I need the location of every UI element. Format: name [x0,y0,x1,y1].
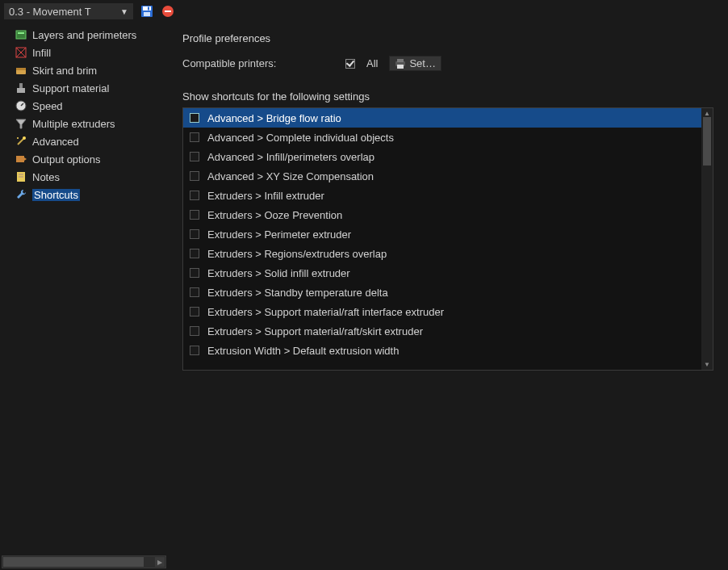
sidebar-item-label: Notes [32,171,60,183]
sidebar-item-wrench[interactable]: Shortcuts [0,186,168,203]
all-checkbox[interactable] [345,59,355,69]
shortcuts-list-container: Advanced > Bridge flow ratioAdvanced > C… [182,107,713,371]
minus-circle-icon [161,5,174,18]
shortcut-checkbox[interactable] [190,346,199,355]
shortcut-checkbox[interactable] [190,132,199,142]
svg-rect-13 [19,83,23,88]
printer-icon [395,59,406,69]
shortcut-checkbox[interactable] [190,268,199,278]
toolbar: 0.3 - Movement T ▼ [0,0,728,23]
sidebar-item-label: Advanced [32,136,79,148]
svg-rect-5 [165,10,171,12]
svg-marker-17 [16,119,26,128]
svg-rect-7 [18,32,24,34]
shortcuts-list[interactable]: Advanced > Bridge flow ratioAdvanced > C… [183,108,701,370]
shortcut-label: Advanced > XY Size Compensation [207,170,374,182]
shortcut-checkbox[interactable] [190,152,199,161]
sidebar-item-output[interactable]: Output options [0,150,168,168]
shortcut-checkbox[interactable] [190,287,199,297]
svg-rect-6 [16,31,26,39]
sidebar-item-speed[interactable]: Speed [0,97,168,115]
notes-icon [15,170,27,183]
compatible-printers-row: Compatible printers: All Set… [182,56,713,71]
shortcut-item[interactable]: Extruders > Standby temperature delta [183,283,701,302]
shortcut-item[interactable]: Advanced > Bridge flow ratio [183,108,701,128]
support-icon [15,82,27,94]
skirt-icon [15,64,27,77]
shortcut-label: Extruders > Perimeter extruder [207,228,351,241]
shortcut-label: Extruders > Support material/raft interf… [207,306,444,318]
set-button-label: Set… [409,57,436,69]
scroll-down-icon[interactable]: ▼ [704,361,710,368]
shortcut-item[interactable]: Extrusion Width > Default extrusion widt… [183,341,701,360]
shortcut-label: Extrusion Width > Default extrusion widt… [207,345,399,357]
sidebar-item-skirt[interactable]: Skirt and brim [0,61,168,79]
infill-icon [15,46,27,59]
sidebar-item-funnel[interactable]: Multiple extruders [0,115,168,132]
scrollbar-thumb[interactable] [3,557,144,567]
shortcut-label: Extruders > Regions/extruders overlap [207,248,387,260]
sidebar-item-label: Infill [32,47,51,59]
shortcut-checkbox[interactable] [190,171,199,181]
shortcut-label: Extruders > Ooze Prevention [207,209,342,221]
shortcut-item[interactable]: Advanced > Complete individual objects [183,128,701,147]
shortcut-label: Advanced > Complete individual objects [207,132,394,144]
shortcut-label: Advanced > Bridge flow ratio [207,112,341,124]
shortcut-checkbox[interactable] [190,113,199,123]
shortcut-checkbox[interactable] [190,191,199,200]
sidebar-item-layers[interactable]: Layers and perimeters [0,26,168,44]
shortcut-checkbox[interactable] [190,229,199,239]
sidebar: Layers and perimetersInfillSkirt and bri… [0,23,168,570]
shortcut-item[interactable]: Extruders > Regions/extruders overlap [183,244,701,263]
scrollbar-thumb[interactable] [703,117,711,166]
sidebar-hscrollbar[interactable]: ▶ [2,555,166,568]
scrollbar-track[interactable] [701,117,713,361]
scroll-right-icon[interactable]: ▶ [155,557,165,567]
shortcut-checkbox[interactable] [190,307,199,316]
content: Profile preferences Compatible printers:… [168,23,728,570]
svg-point-19 [23,136,26,140]
sidebar-item-notes[interactable]: Notes [0,168,168,186]
svg-rect-28 [397,65,404,69]
nav-list: Layers and perimetersInfillSkirt and bri… [0,26,168,554]
shortcuts-vscrollbar[interactable]: ▲ ▼ [701,108,713,370]
all-label: All [366,57,378,69]
shortcut-label: Extruders > Solid infill extruder [207,267,350,279]
svg-point-20 [17,137,19,139]
shortcut-label: Advanced > Infill/perimeters overlap [207,151,374,163]
svg-marker-22 [24,157,27,161]
shortcuts-section: Show shortcuts for the following setting… [182,90,713,371]
svg-rect-27 [397,59,404,62]
svg-rect-12 [16,68,26,70]
shortcut-item[interactable]: Extruders > Infill extruder [183,186,701,205]
sidebar-item-label: Skirt and brim [32,65,97,77]
funnel-icon [15,117,27,130]
set-printers-button[interactable]: Set… [389,56,441,71]
svg-rect-21 [16,156,24,162]
sidebar-item-support[interactable]: Support material [0,79,168,97]
scroll-up-icon[interactable]: ▲ [704,110,710,117]
shortcut-item[interactable]: Advanced > XY Size Compensation [183,166,701,186]
shortcut-item[interactable]: Extruders > Solid infill extruder [183,263,701,283]
section-title-profile: Profile preferences [182,32,713,44]
sidebar-item-wand[interactable]: Advanced [0,132,168,150]
sidebar-item-label: Shortcuts [32,189,80,201]
shortcut-item[interactable]: Extruders > Ooze Prevention [183,205,701,224]
shortcut-checkbox[interactable] [190,210,199,220]
save-button[interactable] [139,3,155,19]
sidebar-item-infill[interactable]: Infill [0,44,168,61]
speed-icon [15,99,27,112]
sidebar-item-label: Support material [32,82,109,94]
shortcut-checkbox[interactable] [190,326,199,336]
shortcut-item[interactable]: Extruders > Support material/raft interf… [183,302,701,321]
shortcut-checkbox[interactable] [190,249,199,258]
profile-dropdown[interactable]: 0.3 - Movement T ▼ [3,2,134,20]
shortcut-item[interactable]: Advanced > Infill/perimeters overlap [183,147,701,166]
sidebar-item-label: Multiple extruders [32,118,115,130]
delete-button[interactable] [160,3,176,19]
wand-icon [15,135,27,148]
shortcut-item[interactable]: Extruders > Support material/raft/skirt … [183,321,701,341]
sidebar-item-label: Output options [32,153,101,166]
profile-name: 0.3 - Movement T [9,6,91,18]
shortcut-item[interactable]: Extruders > Perimeter extruder [183,224,701,244]
